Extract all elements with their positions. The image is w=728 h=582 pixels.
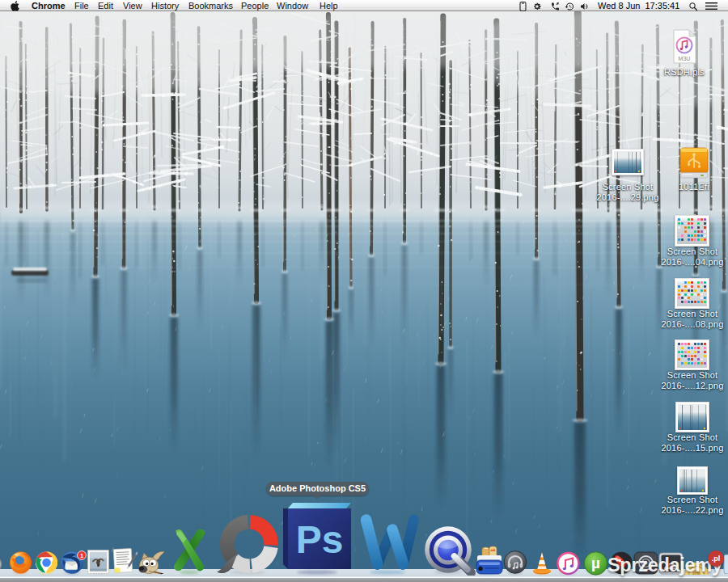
svg-text:1: 1 (80, 552, 83, 559)
svg-text:µ: µ (591, 555, 600, 571)
svg-text:M3U: M3U (679, 56, 691, 61)
svg-text:Ps: Ps (296, 518, 344, 561)
